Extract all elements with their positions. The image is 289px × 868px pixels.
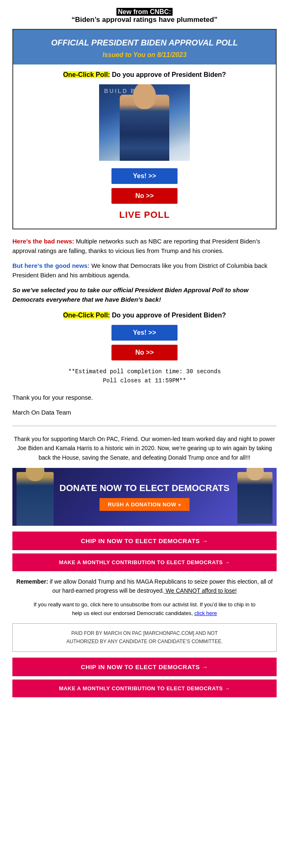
paid-for-line1: PAID FOR BY MARCH ON PAC [MARCHONPAC.COM… xyxy=(25,630,264,637)
bad-news-label: Here’s the bad news: xyxy=(12,238,74,245)
cnbc-line: New from CNBC: xyxy=(12,8,277,16)
no-button-1[interactable]: No >> xyxy=(111,188,178,204)
donate-banner: DONATE NOW TO ELECT DEMOCRATS RUSH A DON… xyxy=(12,468,277,526)
good-news-label: But here’s the good news: xyxy=(12,262,90,269)
poll-question-text-1: Do you approve of President Biden? xyxy=(110,71,226,78)
remember-text: if we allow Donald Trump and his MAGA Re… xyxy=(48,578,273,594)
paid-for-box: PAID FOR BY MARCH ON PAC [MARCHONPAC.COM… xyxy=(12,623,277,651)
biden-figure xyxy=(120,95,169,161)
poll-title: OFFICIAL PRESIDENT BIDEN APPROVAL POLL xyxy=(17,37,272,48)
banner-right-figure-container xyxy=(231,472,277,526)
poll-date: Issued to You on 8/11/2023 xyxy=(17,51,272,59)
banner-left-figure-container xyxy=(12,472,62,526)
paid-for-line2: AUTHORIZED BY ANY CANDIDATE OR CANDIDATE… xyxy=(25,638,264,646)
bad-news-section: Here’s the bad news: Multiple networks s… xyxy=(12,237,277,255)
second-poll: One-Click Poll: Do you approve of Presid… xyxy=(12,312,277,386)
thank-you-text: Thank you for your response. xyxy=(12,393,277,403)
poll-box-body: One-Click Poll: Do you approve of Presid… xyxy=(13,64,276,229)
biden-photo: BUILD BACK xyxy=(99,84,190,161)
good-news-section: But here’s the good news: We know that D… xyxy=(12,261,277,280)
monthly-button-2[interactable]: MAKE A MONTHLY CONTRIBUTION TO ELECT DEM… xyxy=(12,680,277,697)
selected-text: So we’ve selected you to take our offici… xyxy=(12,286,277,304)
poll-question-2: One-Click Poll: Do you approve of Presid… xyxy=(12,312,277,319)
rush-donation-button[interactable]: RUSH A DONATION NOW xyxy=(99,498,190,511)
footer-section: Thank you for supporting March On PAC, F… xyxy=(12,434,277,697)
poll-question-1: One-Click Poll: Do you approve of Presid… xyxy=(21,71,268,79)
live-poll-label: LIVE POLL xyxy=(21,210,268,220)
unsub-line1: If you really want to go, click here to … xyxy=(33,601,256,608)
divider xyxy=(12,426,277,426)
poll-question-text-2: Do you approve of President Biden? xyxy=(110,312,226,319)
no-button-2[interactable]: No >> xyxy=(111,345,178,360)
poll-box-header: OFFICIAL PRESIDENT BIDEN APPROVAL POLL I… xyxy=(13,30,276,64)
remember-section: Remember: if we allow Donald Trump and h… xyxy=(12,577,277,596)
estimate-line1: **Estimated poll completion time: 30 sec… xyxy=(68,368,221,375)
one-click-label-1: One-Click Poll: xyxy=(63,71,110,78)
poll-box-1: OFFICIAL PRESIDENT BIDEN APPROVAL POLL I… xyxy=(12,29,277,229)
team-name: March On Data Team xyxy=(12,408,277,417)
unsub-text: If you really want to go, click here to … xyxy=(12,601,277,618)
unsub-link[interactable]: click here xyxy=(194,610,217,616)
footer-support-text: Thank you for supporting March On PAC, F… xyxy=(12,434,277,462)
monthly-button-1[interactable]: MAKE A MONTHLY CONTRIBUTION TO ELECT DEM… xyxy=(12,553,277,571)
remember-label: Remember: xyxy=(17,578,48,585)
banner-center: DONATE NOW TO ELECT DEMOCRATS RUSH A DON… xyxy=(59,483,230,510)
yes-button-2[interactable]: Yes! >> xyxy=(111,325,178,341)
one-click-label-2: One-Click Poll: xyxy=(63,312,110,319)
chip-button-1[interactable]: CHIP IN NOW TO ELECT DEMOCRATS → xyxy=(12,532,277,550)
top-header: New from CNBC: “Biden’s approval ratings… xyxy=(12,8,277,24)
donate-title: DONATE NOW TO ELECT DEMOCRATS xyxy=(59,483,230,494)
cnbc-highlight: New from CNBC: xyxy=(116,8,173,16)
unsub-line2: help us elect our endorsed Democratic ca… xyxy=(72,610,193,616)
estimate-line2: Poll closes at 11:59PM** xyxy=(103,377,186,384)
poll-estimate: **Estimated poll completion time: 30 sec… xyxy=(12,367,277,386)
quote-line: “Biden’s approval ratings have plummeted… xyxy=(12,16,277,24)
yes-button-1[interactable]: Yes! >> xyxy=(111,168,178,184)
banner-left-figure xyxy=(17,472,54,526)
banner-right-figure xyxy=(237,472,272,524)
cannot-lose-text: We CANNOT afford to lose! xyxy=(164,587,237,594)
chip-button-2[interactable]: CHIP IN NOW TO ELECT DEMOCRATS → xyxy=(12,658,277,676)
